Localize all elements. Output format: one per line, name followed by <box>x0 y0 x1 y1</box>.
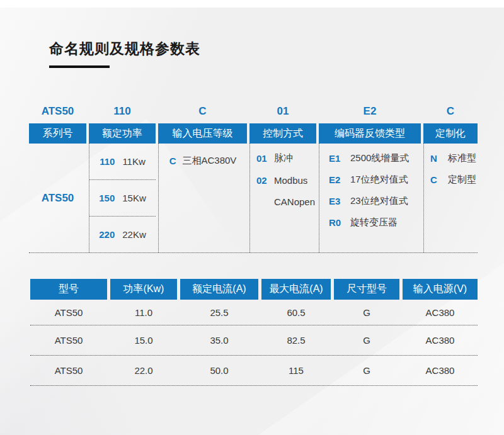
option-label: 定制型 <box>448 174 476 186</box>
naming-header-series: 系列号 <box>29 123 86 144</box>
spec-header-row: 型号 功率(Kw) 额定电流(A) 最大电流(A) 尺寸型号 输入电源(V) <box>30 279 478 300</box>
spec-cell: AC380 <box>403 365 478 376</box>
option-code: 150 <box>99 193 115 203</box>
spec-table-row: ATS50 11.0 25.5 60.5 G AC380 <box>30 300 478 325</box>
spec-cell: 115 <box>261 365 331 376</box>
option-label: 2500线增量式 <box>350 152 409 164</box>
encoder-option: E3 23位绝对值式 <box>329 195 421 207</box>
naming-header-voltage: 输入电压等级 <box>158 123 247 144</box>
spec-cell: 22.0 <box>110 365 177 376</box>
option-code: R0 <box>329 217 345 228</box>
spec-cell: 50.0 <box>180 365 258 376</box>
spec-header-input-voltage: 输入电源(V) <box>403 279 478 300</box>
option-code: E1 <box>329 153 345 164</box>
top-white-strip <box>0 0 504 8</box>
custom-option: N 标准型 <box>430 152 478 164</box>
option-label: 17位绝对值式 <box>350 174 408 186</box>
naming-code-power: 110 <box>89 104 156 119</box>
option-code: C <box>169 155 176 166</box>
option-label: 脉冲 <box>274 152 293 164</box>
naming-code-row: ATS50 110 C 01 E2 C <box>29 104 478 119</box>
spec-cell: 25.5 <box>180 307 258 318</box>
option-label: 标准型 <box>448 152 476 164</box>
spec-table-row: ATS50 15.0 35.0 82.5 G AC380 <box>30 325 478 356</box>
option-label: CANopen <box>274 196 315 207</box>
page-title: 命名规则及规格参数表 <box>49 39 200 58</box>
series-value: ATS50 <box>42 192 74 205</box>
spec-cell: 15.0 <box>110 335 177 346</box>
option-code: E2 <box>329 174 345 185</box>
spec-cell: G <box>334 307 399 318</box>
encoder-option: E2 17位绝对值式 <box>329 174 421 186</box>
spec-cell: G <box>334 365 399 376</box>
naming-header-power: 额定功率 <box>89 123 156 144</box>
spec-header-power: 功率(Kw) <box>110 279 177 300</box>
spec-cell: AC380 <box>403 335 478 346</box>
naming-code-voltage: C <box>158 104 247 119</box>
spec-cell: 35.0 <box>180 335 258 346</box>
power-column: 110 11Kw 150 15Kw 220 22Kw <box>89 144 156 252</box>
option-label: 15Kw <box>122 193 146 203</box>
voltage-option: C 三相AC380V <box>159 152 247 167</box>
spec-cell: 82.5 <box>261 335 331 346</box>
spec-cell: ATS50 <box>30 307 107 318</box>
spec-header-size: 尺寸型号 <box>334 279 399 300</box>
custom-option: C 定制型 <box>430 174 478 186</box>
naming-code-series: ATS50 <box>29 104 86 119</box>
option-code: 01 <box>256 153 270 164</box>
option-code: E3 <box>329 196 345 206</box>
spec-sheet-page: 命名规则及规格参数表 ATS50 110 C 01 E2 C 系列号 额定功率 … <box>0 0 504 435</box>
option-code: 110 <box>100 156 115 167</box>
spec-header-model: 型号 <box>30 279 107 300</box>
naming-code-encoder: E2 <box>319 104 421 119</box>
option-code: N <box>430 153 442 164</box>
option-label: 22Kw <box>122 229 146 240</box>
spec-cell: 11.0 <box>110 307 177 318</box>
spec-header-rated-current: 额定电流(A) <box>180 279 258 300</box>
option-code: C <box>430 174 442 185</box>
customization-column: N 标准型 C 定制型 <box>423 144 478 252</box>
voltage-column: C 三相AC380V <box>158 144 247 252</box>
spec-cell: ATS50 <box>30 335 107 346</box>
spec-cell: G <box>334 335 399 346</box>
spec-header-max-current: 最大电流(A) <box>261 279 331 300</box>
power-option: 110 11Kw <box>89 144 156 180</box>
spec-cell: AC380 <box>403 307 478 318</box>
spec-table-row: ATS50 22.0 50.0 115 G AC380 <box>30 356 478 386</box>
option-label: 11Kw <box>122 156 145 167</box>
option-code: 02 <box>256 175 270 186</box>
naming-rule-section: ATS50 110 C 01 E2 C 系列号 额定功率 输入电压等级 控制方式… <box>29 104 478 253</box>
naming-header-row: 系列号 额定功率 输入电压等级 控制方式 编码器反馈类型 定制化 <box>29 123 478 144</box>
encoder-column: E1 2500线增量式 E2 17位绝对值式 E3 23位绝对值式 R0 旋转变… <box>319 144 421 252</box>
spec-cell: 60.5 <box>261 307 331 318</box>
naming-code-custom: C <box>423 104 478 119</box>
option-label: 旋转变压器 <box>350 217 398 229</box>
power-option: 150 15Kw <box>89 180 156 217</box>
option-code: 220 <box>99 229 115 240</box>
encoder-option: E1 2500线增量式 <box>329 152 421 164</box>
naming-code-control: 01 <box>249 104 316 119</box>
control-option: 02 Modbus <box>256 175 316 186</box>
naming-header-encoder: 编码器反馈类型 <box>319 123 421 144</box>
control-option: CANopen <box>256 196 316 207</box>
naming-header-custom: 定制化 <box>423 123 478 144</box>
option-label: 23位绝对值式 <box>350 195 408 207</box>
naming-content-row: ATS50 110 11Kw 150 15Kw 220 22Kw C <box>29 144 478 253</box>
control-column: 01 脉冲 02 Modbus CANopen <box>249 144 316 252</box>
naming-header-control: 控制方式 <box>249 123 316 144</box>
control-option: 01 脉冲 <box>256 152 316 164</box>
series-column: ATS50 <box>29 144 86 252</box>
option-label: Modbus <box>274 175 307 186</box>
spec-cell: ATS50 <box>30 365 107 376</box>
title-underline <box>49 65 110 68</box>
encoder-option: R0 旋转变压器 <box>329 217 421 229</box>
spec-table: 型号 功率(Kw) 额定电流(A) 最大电流(A) 尺寸型号 输入电源(V) A… <box>30 279 478 386</box>
option-label: 三相AC380V <box>182 155 236 167</box>
power-option: 220 22Kw <box>89 217 156 252</box>
